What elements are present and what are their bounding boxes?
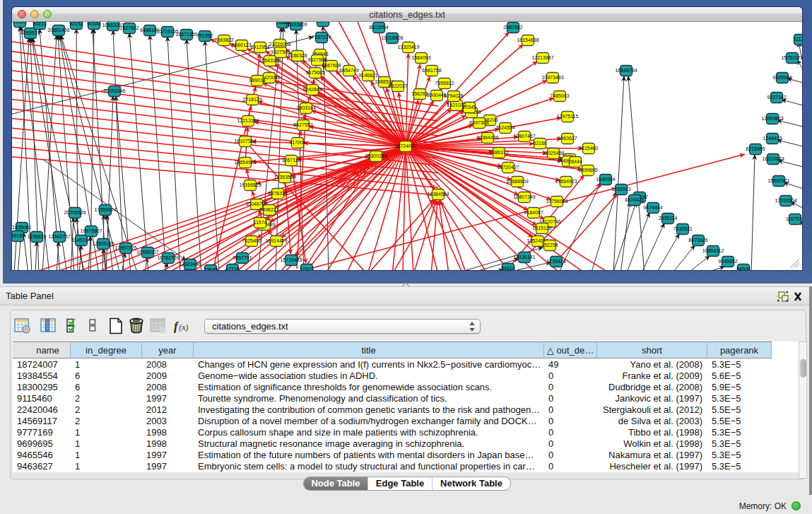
svg-text:9463627: 9463627 bbox=[558, 136, 577, 141]
svg-text:12923: 12923 bbox=[300, 267, 314, 270]
svg-text:6874421: 6874421 bbox=[625, 197, 644, 202]
svg-text:417004: 417004 bbox=[289, 140, 305, 145]
svg-text:21355: 21355 bbox=[13, 22, 27, 24]
svg-text:19756928: 19756928 bbox=[546, 199, 567, 204]
svg-text:7485063: 7485063 bbox=[550, 93, 569, 98]
svg-text:17118: 17118 bbox=[226, 267, 240, 270]
svg-text:11123: 11123 bbox=[794, 37, 802, 42]
svg-text:19654925: 19654925 bbox=[234, 160, 256, 165]
svg-text:6794028: 6794028 bbox=[444, 93, 463, 98]
svg-text:18724007: 18724007 bbox=[394, 144, 416, 148]
svg-text:16107554: 16107554 bbox=[234, 139, 256, 144]
svg-text:10973493: 10973493 bbox=[541, 75, 563, 80]
svg-text:1145194: 1145194 bbox=[72, 238, 91, 243]
svg-text:62160: 62160 bbox=[533, 141, 547, 146]
svg-text:16782759: 16782759 bbox=[157, 255, 179, 260]
svg-text:20364436: 20364436 bbox=[476, 135, 498, 140]
svg-text:3624554: 3624554 bbox=[495, 125, 514, 130]
svg-text:20053346: 20053346 bbox=[103, 88, 125, 93]
svg-text:15692971: 15692971 bbox=[767, 178, 789, 183]
svg-text:9899695: 9899695 bbox=[578, 168, 597, 173]
svg-text:15751074: 15751074 bbox=[781, 55, 802, 60]
svg-text:12975115: 12975115 bbox=[557, 114, 579, 119]
svg-text:16648764: 16648764 bbox=[615, 68, 637, 73]
svg-text:8813054: 8813054 bbox=[369, 25, 388, 30]
svg-text:17957225: 17957225 bbox=[114, 245, 136, 250]
svg-text:252254: 252254 bbox=[541, 243, 558, 247]
svg-text:9115460: 9115460 bbox=[579, 146, 599, 151]
svg-text:9329966: 9329966 bbox=[772, 75, 792, 80]
svg-text:12213967: 12213967 bbox=[531, 55, 553, 60]
svg-text:7357224: 7357224 bbox=[312, 35, 331, 40]
svg-text:1156829: 1156829 bbox=[28, 234, 47, 239]
svg-text:90223: 90223 bbox=[33, 22, 47, 26]
svg-text:2803144: 2803144 bbox=[296, 105, 315, 110]
svg-text:989034: 989034 bbox=[249, 78, 265, 83]
svg-text:97344: 97344 bbox=[87, 22, 101, 26]
svg-text:9245652: 9245652 bbox=[718, 259, 737, 264]
svg-text:7386372: 7386372 bbox=[489, 150, 508, 155]
svg-text:7955812: 7955812 bbox=[435, 81, 454, 86]
svg-text:14136141: 14136141 bbox=[513, 255, 535, 259]
svg-text:(x): (x) bbox=[179, 322, 189, 332]
svg-text:18807249: 18807249 bbox=[513, 194, 535, 199]
svg-text:11574: 11574 bbox=[254, 220, 267, 225]
svg-text:16671355: 16671355 bbox=[175, 32, 197, 37]
svg-text:16210643: 16210643 bbox=[762, 156, 784, 161]
svg-text:23226058: 23226058 bbox=[269, 42, 290, 47]
svg-text:19166825: 19166825 bbox=[239, 182, 261, 187]
svg-text:19975867: 19975867 bbox=[80, 228, 102, 233]
svg-text:9184067: 9184067 bbox=[524, 210, 543, 215]
svg-text:8215955: 8215955 bbox=[746, 146, 765, 151]
svg-text:6497508: 6497508 bbox=[469, 120, 488, 125]
svg-text:4055571: 4055571 bbox=[20, 30, 40, 35]
svg-text:6961758: 6961758 bbox=[422, 68, 441, 73]
svg-text:19384554: 19384554 bbox=[427, 192, 449, 197]
svg-text:10688609: 10688609 bbox=[506, 179, 528, 184]
svg-text:7632621: 7632621 bbox=[673, 226, 692, 231]
svg-text:94314: 94314 bbox=[501, 266, 515, 270]
svg-text:12505135: 12505135 bbox=[92, 241, 114, 246]
svg-text:1564093: 1564093 bbox=[411, 55, 430, 60]
svg-text:2718129: 2718129 bbox=[242, 97, 261, 102]
svg-text:9227342: 9227342 bbox=[767, 95, 786, 100]
svg-text:26444: 26444 bbox=[568, 159, 582, 164]
svg-text:12093873: 12093873 bbox=[761, 116, 783, 121]
svg-text:16914479: 16914479 bbox=[265, 238, 287, 243]
svg-text:16033809: 16033809 bbox=[285, 22, 307, 27]
svg-text:8990448: 8990448 bbox=[427, 93, 446, 98]
svg-text:15716485: 15716485 bbox=[280, 257, 302, 262]
svg-text:16154838: 16154838 bbox=[517, 37, 539, 42]
svg-text:156263: 156263 bbox=[411, 91, 428, 96]
svg-text:9857791: 9857791 bbox=[233, 255, 252, 260]
svg-text:9660123: 9660123 bbox=[232, 42, 251, 47]
svg-text:73645: 73645 bbox=[204, 267, 218, 270]
svg-text:10654112: 10654112 bbox=[702, 248, 724, 253]
svg-text:13325419: 13325419 bbox=[397, 45, 419, 49]
svg-text:17359924: 17359924 bbox=[94, 207, 116, 212]
svg-text:92152: 92152 bbox=[69, 22, 83, 26]
svg-text:94506: 94506 bbox=[736, 267, 751, 270]
svg-text:3675685: 3675685 bbox=[305, 70, 324, 75]
svg-text:12942757: 12942757 bbox=[48, 234, 70, 239]
svg-text:10025458: 10025458 bbox=[542, 151, 564, 156]
svg-text:1621072: 1621072 bbox=[447, 103, 466, 107]
svg-text:20691406: 20691406 bbox=[47, 28, 69, 33]
svg-text:19218506: 19218506 bbox=[381, 35, 403, 40]
svg-text:20206526: 20206526 bbox=[64, 210, 86, 215]
svg-text:9146821: 9146821 bbox=[358, 73, 377, 78]
svg-text:12213389: 12213389 bbox=[237, 118, 259, 123]
svg-text:1167533: 1167533 bbox=[786, 216, 802, 221]
svg-text:1733426: 1733426 bbox=[546, 259, 565, 264]
svg-text:7625402: 7625402 bbox=[242, 238, 261, 243]
svg-text:12923446: 12923446 bbox=[179, 262, 201, 267]
svg-text:80941: 80941 bbox=[316, 22, 330, 23]
svg-text:9327508: 9327508 bbox=[307, 57, 326, 62]
svg-text:10958107: 10958107 bbox=[136, 250, 158, 255]
svg-text:17016504: 17016504 bbox=[775, 198, 796, 203]
svg-text:8186328: 8186328 bbox=[288, 53, 307, 58]
svg-text:2935114: 2935114 bbox=[659, 216, 678, 221]
svg-text:19654923: 19654923 bbox=[555, 179, 577, 184]
svg-text:9242848: 9242848 bbox=[302, 87, 322, 92]
svg-text:28300293: 28300293 bbox=[365, 153, 387, 158]
